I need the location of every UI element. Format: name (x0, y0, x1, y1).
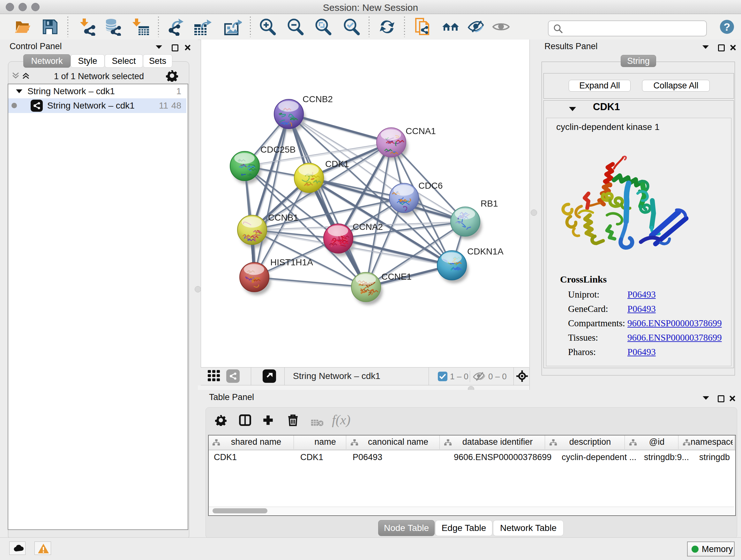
svg-text:CDK1: CDK1 (325, 159, 349, 169)
svg-text:CDC25B: CDC25B (260, 145, 295, 154)
svg-text:CDKN1A: CDKN1A (467, 246, 503, 256)
svg-text:CCNB1: CCNB1 (268, 212, 298, 223)
svg-text:CCNB2: CCNB2 (302, 94, 333, 104)
svg-text:CCNA2: CCNA2 (353, 222, 383, 232)
svg-text:RB1: RB1 (481, 199, 498, 208)
svg-text:CCNE1: CCNE1 (381, 272, 412, 282)
svg-text:CDC6: CDC6 (418, 181, 443, 191)
svg-text:CCNA1: CCNA1 (406, 126, 436, 136)
svg-text:HIST1H1A: HIST1H1A (270, 257, 313, 267)
